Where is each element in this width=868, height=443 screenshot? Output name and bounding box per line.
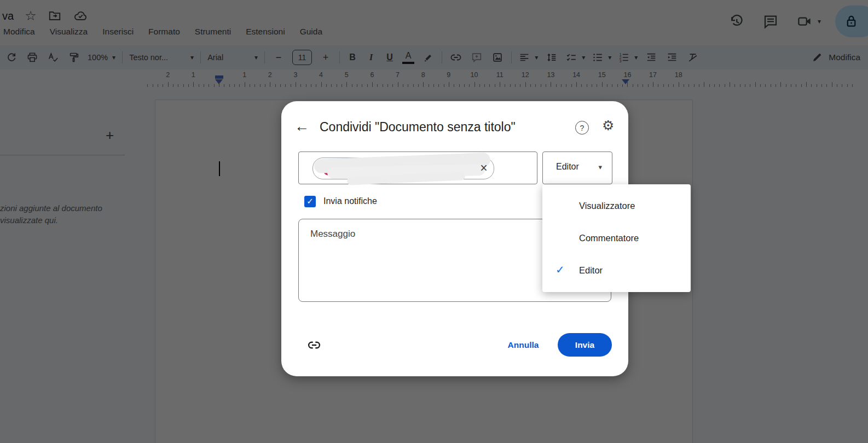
role-dropdown-value: Editor — [556, 162, 579, 172]
role-menu: Visualizzatore Commentatore ✓ Editor — [542, 184, 691, 292]
google-docs-window: va ☆ Modifica Visualizza — [0, 0, 868, 443]
back-arrow-icon[interactable]: ← — [294, 119, 309, 134]
cancel-button[interactable]: Annulla — [496, 333, 551, 357]
help-icon[interactable]: ? — [575, 121, 589, 135]
copy-link-icon[interactable] — [305, 336, 323, 354]
notify-row: ✓ Invia notifiche — [304, 195, 377, 208]
role-option-visualizzatore[interactable]: Visualizzatore — [542, 190, 691, 222]
recipient-input[interactable]: × — [298, 151, 537, 184]
role-option-label: Commentatore — [579, 233, 639, 243]
notify-checkbox[interactable]: ✓ — [304, 196, 316, 207]
role-option-label: Visualizzatore — [579, 201, 635, 211]
gear-icon[interactable]: ⚙ — [602, 118, 614, 133]
check-icon: ✓ — [555, 263, 565, 276]
role-dropdown-button[interactable]: Editor ▾ — [542, 151, 612, 184]
dialog-title: Condividi "Documento senza titolo" — [320, 120, 516, 135]
chevron-down-icon: ▾ — [598, 164, 602, 171]
send-button[interactable]: Invia — [558, 333, 612, 357]
role-option-label: Editor — [579, 265, 603, 276]
remove-recipient-icon[interactable]: × — [476, 160, 491, 176]
notify-checkbox-label: Invia notifiche — [323, 196, 377, 206]
role-option-commentatore[interactable]: Commentatore — [542, 222, 691, 254]
role-option-editor[interactable]: ✓ Editor — [542, 254, 691, 287]
recipient-chip[interactable]: × — [313, 158, 494, 179]
